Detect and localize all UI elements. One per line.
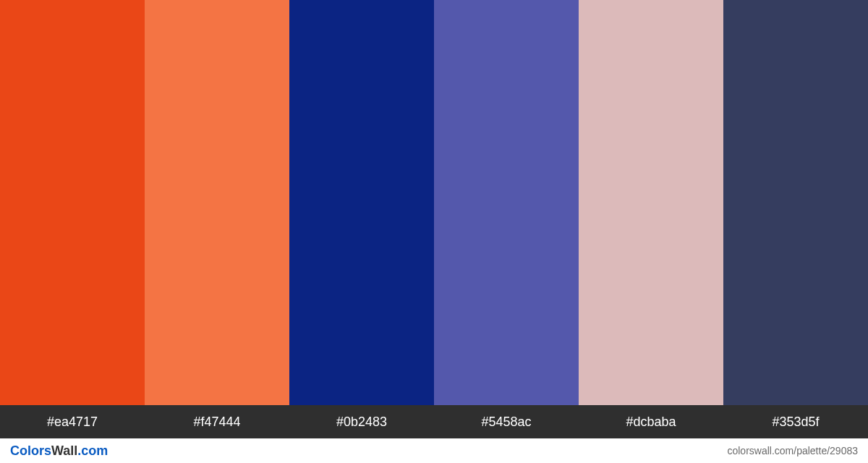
brand-suffix: .com: [77, 443, 108, 458]
swatches-row: [0, 0, 868, 405]
color-swatch: [723, 0, 868, 405]
palette-container: #ea4717 #f47444 #0b2483 #5458ac #dcbaba …: [0, 0, 868, 463]
hex-labels-row: #ea4717 #f47444 #0b2483 #5458ac #dcbaba …: [0, 405, 868, 438]
hex-label: #353d5f: [723, 405, 868, 438]
color-swatch: [0, 0, 145, 405]
hex-label: #5458ac: [434, 405, 579, 438]
color-swatch: [579, 0, 723, 405]
palette-permalink: colorswall.com/palette/29083: [727, 445, 858, 456]
brand-part2: Wall: [51, 443, 77, 458]
color-swatch: [145, 0, 289, 405]
brand-logo: ColorsWall.com: [10, 443, 108, 459]
hex-label: #0b2483: [289, 405, 434, 438]
hex-label: #ea4717: [0, 405, 145, 438]
hex-label: #dcbaba: [579, 405, 723, 438]
brand-part1: Colors: [10, 443, 51, 458]
color-swatch: [434, 0, 579, 405]
hex-label: #f47444: [145, 405, 289, 438]
footer: ColorsWall.com colorswall.com/palette/29…: [0, 438, 868, 463]
color-swatch: [289, 0, 434, 405]
